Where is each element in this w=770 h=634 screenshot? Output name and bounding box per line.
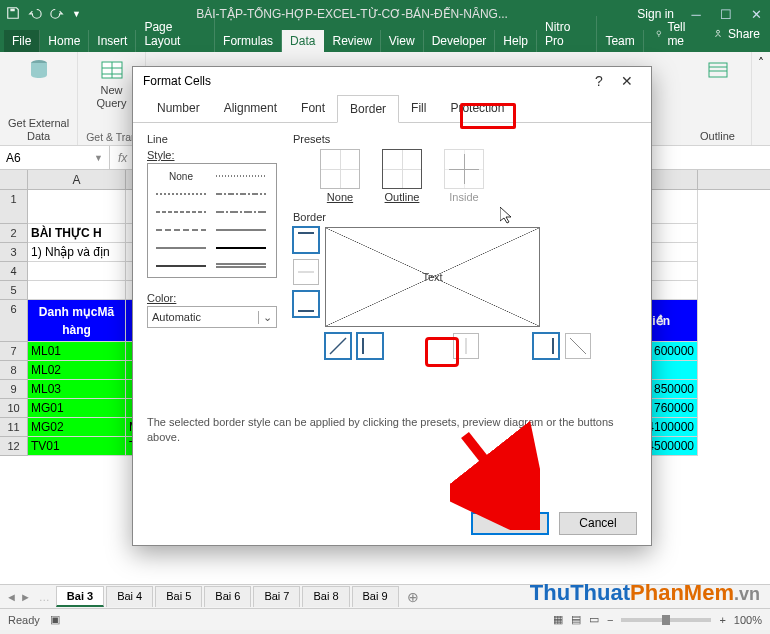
sheet-nav[interactable]: ◄ ►	[6, 591, 31, 603]
sheet-tab[interactable]: Bai 6	[204, 586, 251, 607]
group-get-external-data[interactable]: Get External Data	[0, 52, 78, 145]
tab-formulas[interactable]: Formulas	[215, 30, 282, 52]
preset-outline[interactable]: Outline	[379, 149, 425, 203]
cell[interactable]: 1) Nhập và địn	[28, 243, 126, 262]
view-normal-icon[interactable]: ▦	[553, 613, 563, 626]
sheet-tab[interactable]: Bai 9	[352, 586, 399, 607]
line-style-list[interactable]: None	[147, 163, 277, 278]
tab-team[interactable]: Team	[597, 30, 643, 52]
select-all-corner[interactable]	[0, 170, 28, 189]
dtab-fill[interactable]: Fill	[399, 95, 438, 122]
row-header[interactable]: 1	[0, 190, 28, 224]
row-header[interactable]: 12	[0, 437, 28, 456]
cell[interactable]: Danh mụcMã hàng	[28, 300, 126, 342]
name-box[interactable]: A6 ▼	[0, 146, 110, 169]
zoom-slider[interactable]	[621, 618, 711, 622]
tab-home[interactable]: Home	[40, 30, 89, 52]
row-header[interactable]: 6	[0, 300, 28, 342]
preset-none[interactable]: None	[317, 149, 363, 203]
row-header[interactable]: 7	[0, 342, 28, 361]
view-page-layout-icon[interactable]: ▤	[571, 613, 581, 626]
line-style-item[interactable]	[212, 168, 270, 184]
zoom-in-icon[interactable]: +	[719, 614, 725, 626]
redo-icon[interactable]	[50, 6, 64, 23]
cell[interactable]: TV01	[28, 437, 126, 456]
cell[interactable]: MG02	[28, 418, 126, 437]
undo-icon[interactable]	[28, 6, 42, 23]
tab-help[interactable]: Help	[495, 30, 537, 52]
border-diag-up-button[interactable]	[325, 333, 351, 359]
cell[interactable]: ML02	[28, 361, 126, 380]
border-preview[interactable]: Text	[325, 227, 540, 327]
border-right-button[interactable]	[533, 333, 559, 359]
name-box-dropdown-icon[interactable]: ▼	[94, 153, 103, 163]
dtab-alignment[interactable]: Alignment	[212, 95, 289, 122]
cell[interactable]	[28, 262, 126, 281]
line-style-item[interactable]	[152, 240, 210, 256]
border-bottom-button[interactable]	[293, 291, 319, 317]
sheet-tab[interactable]: Bai 7	[253, 586, 300, 607]
line-style-item[interactable]	[152, 204, 210, 220]
cell[interactable]: MG01	[28, 399, 126, 418]
cell[interactable]: ML01	[28, 342, 126, 361]
cell[interactable]: ML03	[28, 380, 126, 399]
line-style-item[interactable]	[152, 186, 210, 202]
col-header[interactable]: A	[28, 170, 126, 189]
tab-insert[interactable]: Insert	[89, 30, 136, 52]
line-style-none[interactable]: None	[152, 168, 210, 184]
cell[interactable]	[28, 281, 126, 300]
share-button[interactable]: Share	[712, 27, 760, 41]
tab-view[interactable]: View	[381, 30, 424, 52]
dialog-titlebar[interactable]: Format Cells ? ✕	[133, 67, 651, 95]
zoom-out-icon[interactable]: −	[607, 614, 613, 626]
tab-review[interactable]: Review	[324, 30, 380, 52]
tab-data[interactable]: Data	[282, 30, 324, 52]
row-header[interactable]: 5	[0, 281, 28, 300]
tell-me[interactable]: Tell me	[654, 20, 698, 48]
view-page-break-icon[interactable]: ▭	[589, 613, 599, 626]
cell[interactable]: BÀI THỰC H	[28, 224, 126, 243]
dtab-font[interactable]: Font	[289, 95, 337, 122]
cell[interactable]	[28, 190, 126, 224]
border-diag-down-button[interactable]	[565, 333, 591, 359]
collapse-ribbon-icon[interactable]: ˄	[752, 52, 770, 145]
line-style-item[interactable]	[212, 258, 270, 274]
sheet-tab[interactable]: Bai 5	[155, 586, 202, 607]
dialog-help-icon[interactable]: ?	[585, 73, 613, 89]
sheet-tab[interactable]: Bai 4	[106, 586, 153, 607]
row-header[interactable]: 4	[0, 262, 28, 281]
line-style-item[interactable]	[152, 258, 210, 274]
color-select[interactable]: Automatic ⌄	[147, 306, 277, 328]
dialog-close-icon[interactable]: ✕	[613, 73, 641, 89]
dtab-number[interactable]: Number	[145, 95, 212, 122]
border-left-button[interactable]	[357, 333, 383, 359]
row-header[interactable]: 11	[0, 418, 28, 437]
row-header[interactable]: 3	[0, 243, 28, 262]
tab-page-layout[interactable]: Page Layout	[136, 16, 215, 52]
line-style-item[interactable]	[212, 222, 270, 238]
line-style-item[interactable]	[212, 186, 270, 202]
border-top-button[interactable]	[293, 227, 319, 253]
group-outline[interactable]: Outline	[684, 52, 752, 145]
row-header[interactable]: 10	[0, 399, 28, 418]
sheet-tab[interactable]: Bai 3	[56, 586, 104, 607]
line-style-item[interactable]	[212, 204, 270, 220]
row-header[interactable]: 8	[0, 361, 28, 380]
cancel-button[interactable]: Cancel	[559, 512, 637, 535]
tab-file[interactable]: File	[4, 30, 40, 52]
row-header[interactable]: 9	[0, 380, 28, 399]
row-header[interactable]: 2	[0, 224, 28, 243]
ok-button[interactable]: OK	[471, 512, 549, 535]
macro-record-icon[interactable]: ▣	[50, 613, 60, 626]
save-icon[interactable]	[6, 6, 20, 23]
dtab-border[interactable]: Border	[337, 95, 399, 123]
zoom-level[interactable]: 100%	[734, 614, 762, 626]
preset-inside[interactable]: Inside	[441, 149, 487, 203]
line-style-item[interactable]	[152, 222, 210, 238]
dropdown-icon[interactable]: ⌄	[258, 311, 272, 324]
border-middle-h-button[interactable]	[293, 259, 319, 285]
line-style-item[interactable]	[212, 240, 270, 256]
tab-nitro-pro[interactable]: Nitro Pro	[537, 16, 597, 52]
tab-developer[interactable]: Developer	[424, 30, 496, 52]
sheet-tab[interactable]: Bai 8	[302, 586, 349, 607]
